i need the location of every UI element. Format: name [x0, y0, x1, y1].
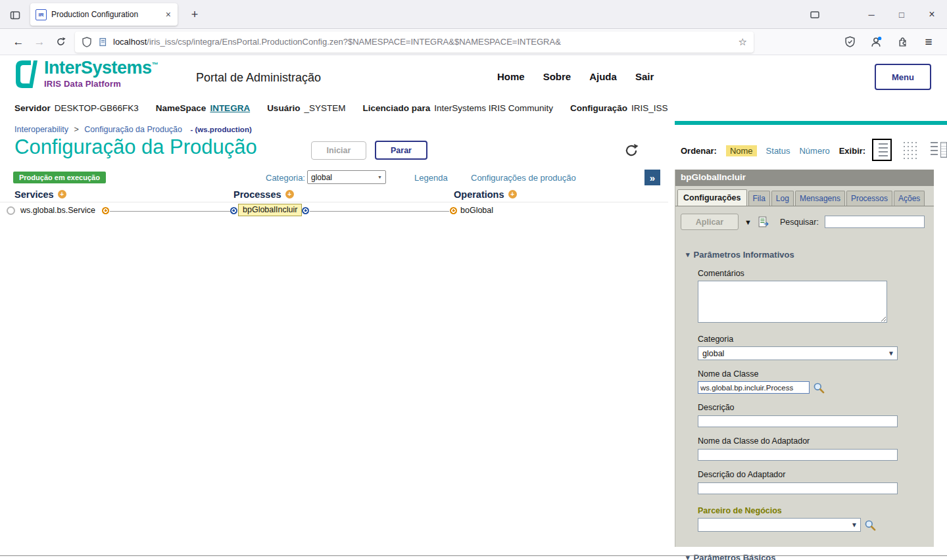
list-view-icon: [879, 143, 888, 156]
extensions-icon[interactable]: [892, 32, 913, 53]
window-close-icon[interactable]: ×: [917, 0, 947, 29]
nav-ajuda[interactable]: Ajuda: [589, 71, 617, 82]
license-value: InterSystems IRIS Community: [434, 103, 553, 113]
stop-button[interactable]: Parar: [375, 141, 427, 160]
shield-icon[interactable]: [82, 37, 92, 47]
category-field-label: Categoria: [698, 335, 929, 344]
tab-fila[interactable]: Fila: [748, 191, 770, 206]
legend-link[interactable]: Legenda: [414, 173, 448, 183]
business-partner-label: Parceiro de Negócios: [698, 506, 929, 515]
protection-shield-icon[interactable]: [839, 32, 860, 53]
sort-option-nome[interactable]: Nome: [726, 145, 757, 156]
view-list-button[interactable]: [872, 139, 892, 161]
diagram-column-headers: Services+ Processes+ Operations+: [0, 189, 668, 202]
menu-button[interactable]: Menu: [875, 64, 931, 90]
split-view-icon: [931, 142, 938, 158]
category-select[interactable]: global ▼: [307, 170, 386, 184]
panel-body: Aplicar ▼ Pesquisar: ▾ Parâmetros Inform…: [675, 206, 934, 560]
business-partner-select[interactable]: ▼: [698, 518, 861, 532]
apply-row: Aplicar ▼ Pesquisar:: [681, 214, 929, 230]
service-radio[interactable]: [7, 206, 15, 215]
sort-label: Ordenar:: [681, 146, 717, 156]
tab-mensagens[interactable]: Mensagens: [795, 191, 845, 206]
service-connector-dot[interactable]: [102, 207, 109, 214]
production-diagram: ws.global.bs.Service bpGlobalIncluir boG…: [0, 205, 668, 220]
export-icon[interactable]: [758, 216, 769, 227]
class-name-label: Nome da Classe: [698, 369, 929, 379]
window-controls: ─ □ ×: [800, 0, 947, 29]
settings-panel: bpGlobalIncluir Configurações Fila Log M…: [675, 170, 934, 547]
comments-label: Comentários: [698, 269, 929, 278]
breadcrumb-link-production-config[interactable]: Configuração da Produção: [84, 125, 182, 134]
processes-add-icon[interactable]: +: [285, 190, 294, 198]
intersystems-logo[interactable]: InterSystems™ IRIS Data Platform: [14, 59, 158, 89]
nav-sair[interactable]: Sair: [635, 71, 654, 82]
tab-processos[interactable]: Processos: [846, 191, 892, 206]
forward-icon[interactable]: →: [29, 32, 50, 53]
adapter-description-input[interactable]: [698, 482, 898, 494]
browser-tab-bar: IR Production Configuration × + ─ □ ×: [0, 0, 947, 29]
license-label: Licenciado para: [362, 103, 430, 113]
actions-caret-icon[interactable]: ▼: [744, 218, 752, 226]
nav-sobre[interactable]: Sobre: [543, 71, 571, 82]
production-settings-link[interactable]: Configurações de produção: [471, 173, 576, 183]
display-label: Exibir:: [839, 146, 865, 156]
breadcrumb: Interoperability > Configuração da Produ…: [14, 125, 252, 134]
maximize-icon[interactable]: □: [886, 0, 917, 29]
operation-connector-dot[interactable]: [450, 207, 457, 214]
sort-option-numero[interactable]: Número: [799, 146, 829, 156]
breadcrumb-production-name: - (ws.production): [190, 126, 251, 133]
new-tab-button[interactable]: +: [185, 5, 204, 24]
start-button[interactable]: Iniciar: [311, 141, 366, 160]
minimize-icon[interactable]: ─: [856, 0, 886, 29]
view-split-button[interactable]: [929, 139, 947, 161]
business-partner-search-icon[interactable]: [864, 519, 876, 531]
account-icon[interactable]: [865, 32, 886, 53]
section-informative[interactable]: ▾ Parâmetros Informativos: [681, 250, 929, 260]
back-icon[interactable]: ←: [8, 32, 29, 53]
apply-button[interactable]: Aplicar: [681, 214, 739, 230]
user-label: Usuário: [267, 103, 300, 113]
view-grid-button[interactable]: [900, 139, 920, 161]
tab-overview-icon[interactable]: [800, 0, 830, 29]
panel-tabs: Configurações Fila Log Mensagens Process…: [675, 186, 934, 206]
namespace-link[interactable]: INTEGRA: [210, 103, 250, 113]
site-info-icon[interactable]: [97, 37, 108, 47]
comments-textarea[interactable]: [698, 281, 887, 323]
process-input-dot[interactable]: [230, 207, 237, 214]
sort-option-status[interactable]: Status: [766, 146, 790, 156]
adapter-class-input[interactable]: [698, 449, 898, 461]
app-menu-icon[interactable]: ≡: [918, 32, 939, 53]
process-item-selected[interactable]: bpGlobalIncluir: [238, 204, 302, 216]
firefox-view-icon[interactable]: [5, 5, 25, 25]
url-bar[interactable]: localhost/iris_iss/csp/integra/EnsPortal…: [75, 32, 754, 53]
search-input[interactable]: [825, 216, 925, 228]
section-basic[interactable]: ▾ Parâmetros Básicos: [681, 553, 929, 560]
description-input[interactable]: [698, 415, 898, 427]
nav-home[interactable]: Home: [497, 71, 525, 82]
server-value: DESKTOP-GB66FK3: [55, 103, 139, 113]
teal-accent-strip: [675, 121, 947, 125]
tab-close-icon[interactable]: ×: [164, 9, 172, 20]
url-text: localhost/iris_iss/csp/integra/EnsPortal…: [113, 37, 733, 47]
operation-item-label[interactable]: boGlobal: [460, 206, 493, 215]
expand-panel-button[interactable]: »: [644, 170, 660, 185]
refresh-icon[interactable]: [623, 143, 639, 158]
bookmark-star-icon[interactable]: ☆: [739, 36, 747, 48]
tab-acoes[interactable]: Ações: [894, 191, 925, 206]
portal-nav: Home Sobre Ajuda Sair: [497, 71, 654, 82]
breadcrumb-link-interoperability[interactable]: Interoperability: [14, 125, 68, 134]
service-item-label[interactable]: ws.global.bs.Service: [20, 206, 95, 215]
screen: IR Production Configuration × + ─ □ × ← …: [0, 0, 947, 560]
category-field-select[interactable]: global ▼: [698, 346, 898, 360]
services-add-icon[interactable]: +: [58, 190, 66, 198]
tab-configuracoes[interactable]: Configurações: [677, 189, 747, 206]
tab-log[interactable]: Log: [771, 191, 794, 206]
class-name-input[interactable]: [698, 381, 810, 394]
server-info-row: ServidorDESKTOP-GB66FK3 NameSpaceINTEGRA…: [14, 103, 668, 113]
class-search-icon[interactable]: [813, 382, 825, 394]
operations-add-icon[interactable]: +: [508, 190, 517, 198]
process-output-dot[interactable]: [302, 207, 309, 214]
reload-icon[interactable]: [50, 32, 71, 53]
browser-tab[interactable]: IR Production Configuration ×: [30, 3, 178, 26]
